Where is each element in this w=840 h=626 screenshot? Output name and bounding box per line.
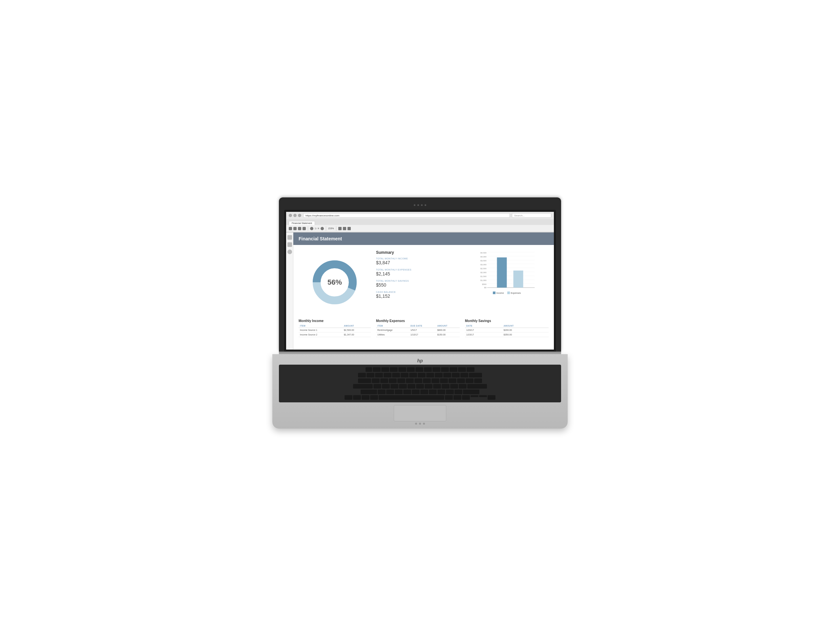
key-semicolon[interactable] <box>450 384 458 388</box>
key-t[interactable] <box>406 379 414 383</box>
key-arrow-up[interactable] <box>470 395 478 397</box>
key-u[interactable] <box>423 379 431 383</box>
key-f11[interactable] <box>458 367 466 372</box>
toolbar-icon-4[interactable] <box>302 227 306 230</box>
key-7[interactable] <box>418 373 426 377</box>
toolbar-icon-2[interactable] <box>293 227 297 230</box>
key-f9[interactable] <box>441 367 449 372</box>
key-j[interactable] <box>425 384 433 388</box>
key-win[interactable] <box>362 395 370 400</box>
key-arrow-down[interactable] <box>479 395 487 397</box>
key-f2[interactable] <box>381 367 389 372</box>
toolbar-icon-1[interactable] <box>289 227 292 230</box>
key-q[interactable] <box>372 379 380 383</box>
search-box[interactable]: Search... <box>512 213 551 218</box>
key-bracket-open[interactable] <box>457 379 465 383</box>
key-backslash[interactable] <box>474 379 482 383</box>
key-3[interactable] <box>384 373 392 377</box>
key-backtick[interactable] <box>358 373 366 377</box>
toolbar-icon-3[interactable] <box>298 227 301 230</box>
key-m[interactable] <box>429 390 437 394</box>
nav-prev-icon[interactable] <box>310 227 313 230</box>
key-f[interactable] <box>399 384 407 388</box>
select-tool-icon[interactable] <box>348 227 351 230</box>
key-h[interactable] <box>416 384 424 388</box>
key-f8[interactable] <box>433 367 440 372</box>
key-z[interactable] <box>378 390 386 394</box>
key-alt-right[interactable] <box>445 395 453 400</box>
key-s[interactable] <box>382 384 390 388</box>
nav-next-icon[interactable] <box>321 227 324 230</box>
key-alt[interactable] <box>370 395 378 400</box>
sidebar-attach-icon[interactable] <box>287 243 292 247</box>
sidebar-search-icon[interactable] <box>287 250 292 254</box>
key-space[interactable] <box>379 395 444 400</box>
key-8[interactable] <box>426 373 434 377</box>
key-enter[interactable] <box>467 384 487 388</box>
key-slash[interactable] <box>454 390 462 394</box>
key-arrow-left[interactable] <box>462 395 470 400</box>
key-f10[interactable] <box>450 367 458 372</box>
key-f5[interactable] <box>407 367 415 372</box>
key-quote[interactable] <box>459 384 467 388</box>
key-shift-left[interactable] <box>360 390 377 394</box>
address-bar[interactable]: https://myfinancesonline.com <box>303 213 510 218</box>
key-shift-right[interactable] <box>463 390 480 394</box>
key-esc[interactable] <box>365 367 372 372</box>
key-y[interactable] <box>414 379 422 383</box>
key-ctrl-left[interactable] <box>345 395 353 400</box>
key-fn[interactable] <box>353 395 361 400</box>
key-f1[interactable] <box>373 367 381 372</box>
key-f7[interactable] <box>424 367 432 372</box>
key-capslock[interactable] <box>353 384 373 388</box>
maximize-button[interactable] <box>293 214 297 217</box>
key-v[interactable] <box>403 390 411 394</box>
key-i[interactable] <box>431 379 439 383</box>
minimize-button[interactable] <box>289 214 292 217</box>
key-b[interactable] <box>412 390 420 394</box>
camera-dot-3 <box>425 204 426 206</box>
key-4[interactable] <box>392 373 400 377</box>
key-f12[interactable] <box>467 367 475 372</box>
key-f3[interactable] <box>390 367 398 372</box>
key-period[interactable] <box>446 390 454 394</box>
fit-width-icon[interactable] <box>343 227 346 230</box>
sidebar-layers-icon[interactable] <box>287 235 292 240</box>
key-equals[interactable] <box>460 373 468 377</box>
key-comma[interactable] <box>437 390 445 394</box>
key-tab[interactable] <box>358 379 371 383</box>
key-9[interactable] <box>435 373 443 377</box>
key-f6[interactable] <box>415 367 423 372</box>
key-l[interactable] <box>442 384 450 388</box>
close-button[interactable] <box>298 214 301 217</box>
key-x[interactable] <box>386 390 394 394</box>
key-d[interactable] <box>390 384 398 388</box>
key-backspace[interactable] <box>469 373 482 377</box>
key-6[interactable] <box>409 373 417 377</box>
key-f4[interactable] <box>398 367 406 372</box>
key-r[interactable] <box>397 379 405 383</box>
key-bracket-close[interactable] <box>465 379 473 383</box>
key-n[interactable] <box>420 390 428 394</box>
key-e[interactable] <box>389 379 397 383</box>
key-k[interactable] <box>433 384 441 388</box>
tables-row: Monthly Income ITEM AMOUNT <box>299 318 549 345</box>
key-o[interactable] <box>440 379 448 383</box>
key-2[interactable] <box>375 373 383 377</box>
touchpad[interactable] <box>394 405 446 421</box>
cash-balance-label: CASH BALANCE <box>376 291 460 293</box>
key-0[interactable] <box>443 373 451 377</box>
key-minus[interactable] <box>452 373 460 377</box>
key-c[interactable] <box>395 390 403 394</box>
active-tab[interactable]: Financial Statement <box>289 221 315 225</box>
key-1[interactable] <box>367 373 375 377</box>
key-5[interactable] <box>401 373 409 377</box>
key-arrow-right[interactable] <box>487 395 495 400</box>
key-ctrl-right[interactable] <box>453 395 461 400</box>
key-g[interactable] <box>407 384 415 388</box>
key-a[interactable] <box>373 384 381 388</box>
key-w[interactable] <box>380 379 388 383</box>
key-p[interactable] <box>448 379 456 383</box>
income-table-title: Monthly Income <box>299 319 371 323</box>
fit-page-icon[interactable] <box>338 227 342 230</box>
